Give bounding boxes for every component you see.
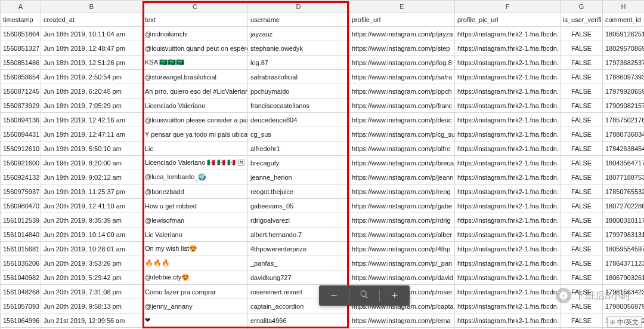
cell[interactable]: FALSE	[561, 285, 603, 299]
cell[interactable]: 18072702286	[603, 199, 645, 213]
cell[interactable]: https://www.instagram.com/p/david	[349, 270, 455, 285]
cell[interactable]: 18059554597	[603, 242, 645, 256]
cell[interactable]: Licenciado Valeriano	[143, 99, 248, 113]
cell[interactable]: 🔥🔥🔥	[143, 256, 248, 270]
cell[interactable]: https://instagram.fhrk2-1.fna.fbcdn.	[455, 113, 561, 127]
cell[interactable]: On my wish list😍	[143, 242, 248, 256]
cell[interactable]: 17909082157	[603, 99, 645, 113]
cell[interactable]: 17979920659	[603, 84, 645, 99]
cell[interactable]: https://www.instagram.com/p/step	[349, 41, 455, 56]
cell[interactable]: Jun 21st 2019, 12:09:56 am	[41, 313, 143, 328]
cell[interactable]: FALSE	[561, 199, 603, 213]
cell[interactable]: 17980056979	[603, 299, 645, 313]
cell[interactable]: 1560871245	[1, 84, 41, 99]
cell[interactable]: Jun 18th 2019, 7:05:29 pm	[41, 99, 143, 113]
cell[interactable]: jeanne_herion	[248, 170, 349, 185]
cell[interactable]: 1560980470	[1, 199, 41, 213]
cell[interactable]: Lic Valeriano	[143, 227, 248, 242]
cell[interactable]: https://www.instagram.com/p/jeann	[349, 170, 455, 185]
cell[interactable]: Y pensar que ya todo mi país ubica e	[143, 127, 248, 142]
zoom-in-button[interactable]: +	[380, 285, 410, 306]
ime-indicator[interactable]: ⊕ 中/英文	[607, 316, 642, 328]
cell[interactable]: 17880736834	[603, 127, 645, 142]
cell[interactable]: stephanie.owedyk	[248, 41, 349, 56]
cell[interactable]: 18059126251	[603, 27, 645, 41]
cell[interactable]: gabeevans_05	[248, 199, 349, 213]
col-header-G[interactable]: G	[561, 1, 603, 13]
cell[interactable]: FALSE	[561, 227, 603, 242]
cell[interactable]: https://www.instagram.com/p/franc	[349, 99, 455, 113]
cell[interactable]: FALSE	[561, 99, 603, 113]
cell[interactable]: Jun 20th 2019, 9:35:39 am	[41, 213, 143, 227]
cell[interactable]: https://instagram.fhrk2-1.fna.fbcdn.	[455, 56, 561, 70]
col-header-F[interactable]: F	[455, 1, 561, 13]
cell[interactable]: 1560873929	[1, 99, 41, 113]
cell[interactable]: 17864371123	[603, 256, 645, 270]
cell[interactable]: FALSE	[561, 270, 603, 285]
cell[interactable]: @storeangel.brasiloficial	[143, 70, 248, 84]
cell[interactable]: Jun 20th 2019, 3:53:26 pm	[41, 256, 143, 270]
cell[interactable]: 17842638454	[603, 142, 645, 156]
cell[interactable]: https://www.instagram.com/p/cg_su	[349, 127, 455, 142]
cell[interactable]: https://instagram.fhrk2-1.fna.fbcdn.	[455, 199, 561, 213]
cell[interactable]: https://www.instagram.com/p/log.8	[349, 56, 455, 70]
cell[interactable]: https://instagram.fhrk2-1.fna.fbcdn.	[455, 270, 561, 285]
cell[interactable]: brecagufy	[248, 156, 349, 170]
cell[interactable]: FALSE	[561, 156, 603, 170]
col-header-D[interactable]: D	[248, 1, 349, 13]
cell[interactable]: FALSE	[561, 56, 603, 70]
cell[interactable]: Ah prro, quiero eso del #LicValeriano	[143, 84, 248, 99]
cell[interactable]: https://www.instagram.com/p/alfre	[349, 142, 455, 156]
cell[interactable]: @luca_lombardo_🌍	[143, 170, 248, 185]
cell[interactable]: FALSE	[561, 127, 603, 142]
cell[interactable]: https://instagram.fhrk2-1.fna.fbcdn.	[455, 84, 561, 99]
cell[interactable]: Jun 19th 2019, 12:47:11 am	[41, 127, 143, 142]
cell[interactable]: https://instagram.fhrk2-1.fna.fbcdn.	[455, 170, 561, 185]
cell[interactable]: @debbie.cty😍	[143, 270, 248, 285]
cell[interactable]: Jun 20th 2019, 10:14:00 am	[41, 227, 143, 242]
cell[interactable]: Jun 19th 2019, 9:02:12 am	[41, 170, 143, 185]
cell[interactable]: FALSE	[561, 213, 603, 227]
cell[interactable]: FALSE	[561, 170, 603, 185]
spreadsheet-grid[interactable]: A B C D E F G H timestampcreated_attextu…	[0, 0, 644, 329]
col-header-H[interactable]: H	[603, 1, 645, 13]
cell[interactable]: jayzauz	[248, 27, 349, 41]
cell[interactable]: Jun 18th 2019, 12:51:26 pm	[41, 56, 143, 70]
cell[interactable]: KSA 🇸🇦🇸🇦🇸🇦	[143, 56, 248, 70]
cell[interactable]: https://instagram.fhrk2-1.fna.fbcdn.	[455, 127, 561, 142]
cell[interactable]: FALSE	[561, 84, 603, 99]
cell[interactable]: 17886097393	[603, 70, 645, 84]
cell[interactable]: Jun 18th 2019, 2:50:54 pm	[41, 70, 143, 84]
cell[interactable]: https://instagram.fhrk2-1.fna.fbcdn.	[455, 99, 561, 113]
header-cell[interactable]: is_user_verifi	[561, 13, 603, 27]
cell[interactable]: https://instagram.fhrk2-1.fna.fbcdn.	[455, 313, 561, 328]
cell[interactable]: reogot.thejuice	[248, 185, 349, 199]
cell[interactable]: 1560921600	[1, 156, 41, 170]
cell[interactable]: 1561015681	[1, 242, 41, 256]
cell[interactable]: cg_sus	[248, 127, 349, 142]
cell[interactable]: 1560924132	[1, 170, 41, 185]
cell[interactable]: 1561048268	[1, 285, 41, 299]
cell[interactable]: Jun 19th 2019, 12:42:16 am	[41, 113, 143, 127]
cell[interactable]: log.87	[248, 56, 349, 70]
cell[interactable]: 18029570869	[603, 41, 645, 56]
cell[interactable]: FALSE	[561, 27, 603, 41]
cell[interactable]: 1561064996	[1, 313, 41, 328]
cell[interactable]: Jun 20th 2019, 10:28:01 am	[41, 242, 143, 256]
cell[interactable]: https://instagram.fhrk2-1.fna.fbcdn.	[455, 156, 561, 170]
cell[interactable]: FALSE	[561, 299, 603, 313]
cell[interactable]: https://www.instagram.com/p/safra	[349, 70, 455, 84]
cell[interactable]: https://www.instagram.com/p/erna	[349, 313, 455, 328]
cell[interactable]: https://instagram.fhrk2-1.fna.fbcdn.	[455, 299, 561, 313]
cell[interactable]: FALSE	[561, 313, 603, 328]
cell[interactable]: Jun 20th 2019, 7:31:08 pm	[41, 285, 143, 299]
cell[interactable]: ernalita4966	[248, 313, 349, 328]
cell[interactable]: @nidnoikimchi	[143, 27, 248, 41]
cell[interactable]: Licenciado Valeriano 🇲🇽 🇲🇽 🇲🇽 🇲	[143, 156, 248, 170]
cell[interactable]: https://www.instagram.com/p/rdrig	[349, 213, 455, 227]
cell[interactable]: FALSE	[561, 256, 603, 270]
cell[interactable]: davidkung727	[248, 270, 349, 285]
cell[interactable]: 1560851486	[1, 56, 41, 70]
cell[interactable]: https://instagram.fhrk2-1.fna.fbcdn.	[455, 242, 561, 256]
cell[interactable]: https://instagram.fhrk2-1.fna.fbcdn.	[455, 227, 561, 242]
